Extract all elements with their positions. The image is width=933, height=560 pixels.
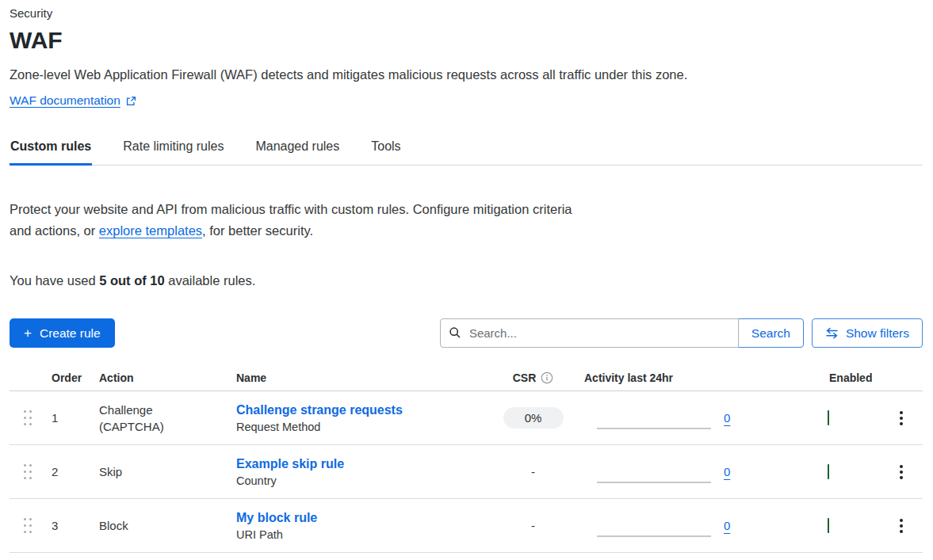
activity-sparkline [597, 535, 711, 537]
table-header-row: Order Action Name CSR Activity last 24hr… [10, 371, 923, 391]
activity-count-link[interactable]: 0 [724, 519, 730, 532]
rule-row: 2 Skip Example skip rule Country - 0 [10, 445, 923, 499]
rule-field: URI Path [236, 528, 482, 541]
usage-prefix: You have used [10, 273, 99, 288]
show-filters-button[interactable]: Show filters [812, 318, 923, 348]
kebab-menu-icon[interactable] [893, 406, 909, 430]
waf-page: Security WAF Zone-level Web Application … [0, 0, 933, 560]
rule-field: Country [236, 474, 482, 487]
show-filters-label: Show filters [846, 326, 909, 341]
custom-rules-intro: Protect your website and API from malici… [10, 199, 594, 242]
rule-name-cell: Example skip rule Country [227, 457, 482, 487]
enabled-toggle[interactable] [828, 518, 829, 533]
rule-row: 3 Block My block rule URI Path - 0 [10, 499, 923, 553]
breadcrumb-security: Security [10, 6, 923, 20]
rule-action: Skip [99, 465, 227, 478]
toggle-knob [811, 517, 827, 533]
activity-sparkline [597, 428, 711, 429]
rule-action-sub: (CAPTCHA) [99, 420, 227, 433]
external-link-icon [126, 96, 136, 106]
header-csr: CSR [513, 371, 537, 384]
tab-label: Tools [371, 139, 400, 153]
doc-link-row: WAF documentation [10, 93, 923, 108]
enabled-toggle[interactable] [828, 410, 829, 425]
rule-name-cell: Challenge strange requests Request Metho… [227, 403, 482, 433]
rule-action-cell: Block [90, 519, 227, 532]
waf-documentation-link[interactable]: WAF documentation [10, 93, 120, 108]
intro-text: , for better security. [202, 223, 313, 238]
enabled-toggle[interactable] [828, 464, 829, 479]
drag-handle-icon[interactable] [21, 515, 35, 536]
usage-suffix: available rules. [165, 273, 256, 288]
create-rule-button[interactable]: + Create rule [10, 318, 115, 348]
rule-row: 1 Challenge (CAPTCHA) Challenge strange … [10, 391, 923, 445]
checkmark-icon [835, 414, 843, 421]
header-enabled: Enabled [820, 371, 880, 384]
kebab-menu-icon[interactable] [893, 460, 909, 484]
drag-handle-icon[interactable] [21, 407, 35, 429]
search-input[interactable] [440, 318, 739, 348]
custom-rules-table: Order Action Name CSR Activity last 24hr… [10, 371, 923, 553]
magnifier-icon [449, 326, 461, 342]
rule-action: Block [99, 519, 227, 532]
rule-name-link[interactable]: My block rule [236, 511, 317, 525]
activity-cell: 0 [584, 411, 820, 425]
rule-field: Request Method [236, 421, 482, 433]
search-button[interactable]: Search [738, 318, 804, 348]
rules-usage-line: You have used 5 out of 10 available rule… [10, 273, 923, 288]
kebab-menu-icon[interactable] [893, 514, 909, 538]
header-name: Name [227, 371, 482, 384]
rule-order: 2 [45, 465, 90, 478]
page-title: WAF [10, 27, 923, 54]
header-activity: Activity last 24hr [584, 371, 820, 384]
rule-action: Challenge [99, 403, 227, 417]
explore-templates-link[interactable]: explore templates [99, 223, 202, 238]
toggle-knob [811, 463, 827, 479]
tab-rate-limiting-rules[interactable]: Rate limiting rules [122, 139, 224, 165]
csr-value: - [531, 461, 535, 482]
activity-count-link[interactable]: 0 [724, 411, 730, 425]
activity-cell: 0 [584, 465, 820, 478]
drag-handle-icon[interactable] [21, 461, 35, 482]
tab-label: Custom rules [10, 139, 91, 153]
tab-tools[interactable]: Tools [370, 139, 401, 165]
table-body: 1 Challenge (CAPTCHA) Challenge strange … [10, 391, 923, 553]
checkmark-icon [835, 468, 843, 475]
rule-name-link[interactable]: Example skip rule [236, 457, 344, 471]
tab-custom-rules[interactable]: Custom rules [10, 139, 92, 165]
header-action: Action [90, 371, 227, 384]
tab-managed-rules[interactable]: Managed rules [254, 139, 340, 165]
rule-name-link[interactable]: Challenge strange requests [236, 403, 403, 417]
search-group: Search [440, 318, 804, 348]
rule-order: 3 [45, 519, 90, 532]
header-order: Order [45, 371, 90, 384]
activity-sparkline [597, 482, 711, 483]
rule-name-cell: My block rule URI Path [227, 511, 482, 541]
plus-icon: + [24, 326, 32, 340]
rule-action-cell: Challenge (CAPTCHA) [90, 403, 227, 433]
tab-label: Managed rules [255, 139, 339, 153]
swap-arrows-icon [825, 327, 839, 339]
activity-count-link[interactable]: 0 [724, 465, 730, 478]
info-icon[interactable] [541, 371, 553, 384]
csr-value: - [531, 515, 535, 536]
checkmark-icon [835, 522, 843, 529]
usage-count: 5 out of 10 [99, 273, 165, 288]
waf-tabs: Custom rules Rate limiting rules Managed… [10, 139, 923, 166]
rule-action-cell: Skip [90, 465, 227, 478]
rules-toolbar: + Create rule Search [10, 318, 923, 348]
page-description: Zone-level Web Application Firewall (WAF… [10, 67, 923, 82]
create-rule-label: Create rule [40, 326, 101, 341]
activity-cell: 0 [584, 519, 820, 532]
tab-label: Rate limiting rules [123, 139, 224, 153]
rule-order: 1 [45, 411, 90, 425]
csr-value: 0% [503, 407, 564, 429]
toggle-knob [811, 410, 827, 425]
